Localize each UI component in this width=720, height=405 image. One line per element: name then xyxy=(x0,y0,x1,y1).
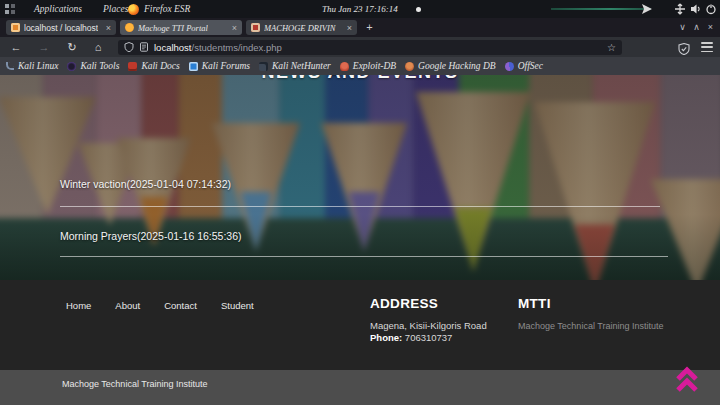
panel-graph-widget xyxy=(551,8,651,10)
bookmark-exploit-db[interactable]: Exploit-DB xyxy=(340,61,396,71)
page-footer: Home About Contact Student ADDRESS Magen… xyxy=(0,280,720,370)
kali-dragon-icon xyxy=(6,62,14,70)
url-bar[interactable]: localhost/studentms/index.php ☆ xyxy=(118,40,622,55)
tab-localhost[interactable]: localhost / localhost × xyxy=(6,20,116,35)
phone-line: Phone: 706310737 xyxy=(370,332,520,344)
announcement-winter-vacation: Winter vaction(2025-01-04 07:14:32) xyxy=(60,178,231,190)
copyright-bar: Machoge Technical Training Institute xyxy=(0,370,720,405)
tab-close-icon[interactable]: × xyxy=(342,23,352,33)
hero-heading: NEWS AND EVENTS xyxy=(0,75,720,83)
bookmark-kali-nethunter[interactable]: Kali NetHunter xyxy=(259,61,331,71)
volume-icon[interactable] xyxy=(690,3,702,15)
url-text: localhost/studentms/index.php xyxy=(154,42,282,53)
driving-favicon xyxy=(251,23,260,32)
kali-tools-icon xyxy=(67,62,76,71)
places-menu[interactable]: Places xyxy=(103,0,128,18)
tab-title: MACHOGE DRIVIN xyxy=(264,23,336,33)
tab-machoge-portal[interactable]: Machoge TTI Portal × xyxy=(120,20,242,35)
divider-line xyxy=(60,256,668,257)
bookmark-offsec[interactable]: OffSec xyxy=(505,61,543,71)
exploit-db-icon xyxy=(340,62,349,71)
phpmyadmin-favicon xyxy=(11,23,20,32)
kali-docs-icon xyxy=(128,62,137,71)
hero-section: NEWS AND EVENTS Winter vaction(2025-01-0… xyxy=(0,75,720,280)
applications-menu[interactable]: Applications xyxy=(34,0,82,18)
home-button[interactable]: ⌂ xyxy=(90,39,106,55)
panel-clock: Thu Jan 23 17:16:14 xyxy=(322,0,398,18)
bookmark-google-hacking-db[interactable]: Google Hacking DB xyxy=(405,61,496,71)
org-name: Machoge Technical Training Institute xyxy=(518,321,688,331)
org-heading: MTTI xyxy=(518,296,688,311)
page-info-icon[interactable] xyxy=(139,42,149,52)
maximize-icon[interactable]: ∧ xyxy=(690,20,703,35)
tab-machoge-driving[interactable]: MACHOGE DRIVIN × xyxy=(246,20,357,35)
forward-button[interactable]: → xyxy=(36,39,52,55)
footer-link-contact[interactable]: Contact xyxy=(164,300,197,311)
announcement-morning-prayers: Morning Prayers(2025-01-16 16:55:36) xyxy=(60,230,242,242)
bookmark-kali-forums[interactable]: Kali Forums xyxy=(189,61,250,71)
tab-close-icon[interactable]: × xyxy=(227,23,237,33)
kali-forums-icon xyxy=(189,62,198,71)
offsec-icon xyxy=(505,62,514,71)
firefox-icon xyxy=(128,4,139,15)
new-tab-button[interactable]: + xyxy=(362,20,377,35)
divider-line xyxy=(60,206,660,207)
footer-link-home[interactable]: Home xyxy=(66,300,91,311)
footer-link-about[interactable]: About xyxy=(115,300,140,311)
bookmark-kali-tools[interactable]: Kali Tools xyxy=(67,61,119,71)
address-column: ADDRESS Magena, Kisii-Kilgoris Road Phon… xyxy=(370,296,520,345)
tab-title: localhost / localhost xyxy=(24,23,98,33)
extension-shield-icon[interactable] xyxy=(678,41,690,59)
bookmark-star-icon[interactable]: ☆ xyxy=(607,42,616,53)
bookmark-kali-docs[interactable]: Kali Docs xyxy=(128,61,179,71)
url-host: localhost xyxy=(154,42,192,53)
desktop-panel: Applications Places Firefox ESR Thu Jan … xyxy=(0,0,720,18)
tab-close-icon[interactable]: × xyxy=(101,23,111,33)
navigation-toolbar: ← → ↻ ⌂ localhost/studentms/index.php ☆ xyxy=(0,37,720,57)
copyright-text: Machoge Technical Training Institute xyxy=(62,379,207,389)
bookmark-kali-linux[interactable]: Kali Linux xyxy=(6,61,58,71)
portal-favicon xyxy=(125,23,134,32)
url-path: /studentms/index.php xyxy=(192,42,282,53)
org-column: MTTI Machoge Technical Training Institut… xyxy=(518,296,688,331)
double-chevron-up-icon xyxy=(674,365,700,395)
footer-nav: Home About Contact Student xyxy=(66,300,254,311)
screen: Applications Places Firefox ESR Thu Jan … xyxy=(0,0,720,405)
reload-button[interactable]: ↻ xyxy=(64,39,80,55)
tab-bar: localhost / localhost × Machoge TTI Port… xyxy=(0,18,720,37)
bookmarks-toolbar: Kali Linux Kali Tools Kali Docs Kali For… xyxy=(0,57,720,75)
network-send-icon[interactable] xyxy=(641,3,653,15)
notification-dot-icon xyxy=(416,7,421,12)
google-hacking-db-icon xyxy=(405,62,414,71)
list-tabs-icon[interactable]: ∨ xyxy=(676,20,689,35)
kali-nethunter-icon xyxy=(259,62,268,71)
menu-hamburger-icon[interactable] xyxy=(701,42,713,52)
shield-icon[interactable] xyxy=(124,42,134,52)
window-close-icon[interactable]: × xyxy=(704,20,717,35)
address-heading: ADDRESS xyxy=(370,296,520,311)
phone-label: Phone: xyxy=(370,332,402,343)
workspace-grid-icon[interactable] xyxy=(5,4,16,14)
address-line: Magena, Kisii-Kilgoris Road xyxy=(370,320,520,332)
firefox-menu[interactable]: Firefox ESR xyxy=(144,0,190,18)
tab-title: Machoge TTI Portal xyxy=(138,23,208,33)
back-button[interactable]: ← xyxy=(8,39,24,55)
input-method-icon[interactable] xyxy=(674,3,686,15)
scroll-to-top-button[interactable] xyxy=(674,365,700,395)
footer-link-student[interactable]: Student xyxy=(221,300,254,311)
phone-number: 706310737 xyxy=(405,332,453,343)
power-icon[interactable] xyxy=(705,3,717,15)
